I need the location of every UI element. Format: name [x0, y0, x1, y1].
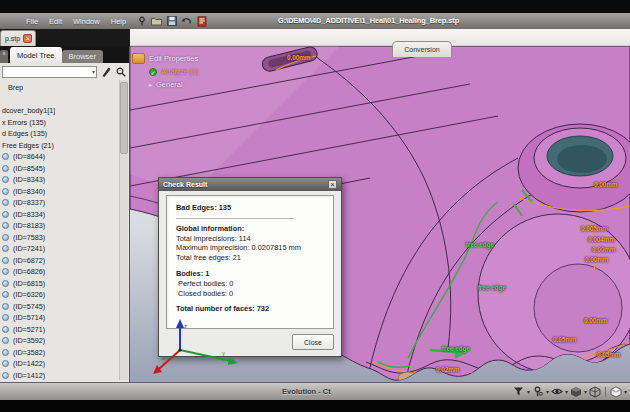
tree-item[interactable]: (ID=6326)	[0, 289, 129, 301]
tree-item-label: (ID=6326)	[13, 290, 45, 299]
tree-item[interactable]: (ID=5271)	[0, 324, 129, 336]
session-log-icon[interactable]	[196, 16, 207, 27]
measurement-annotation: 0.00mm	[584, 317, 607, 324]
search-icon[interactable]	[114, 65, 127, 78]
tree-item[interactable]: (ID=8340)	[0, 186, 129, 198]
tree-item[interactable]: (ID=3582)	[0, 347, 129, 359]
chevron-down-icon[interactable]: ▾	[546, 388, 549, 395]
menu-items: FileEditWindowHelp	[26, 17, 126, 26]
eye-icon[interactable]	[551, 386, 563, 398]
tree-item[interactable]: dcover_body1[1]	[0, 105, 129, 117]
chevron-down-icon[interactable]: ▾	[565, 388, 568, 395]
tree-item[interactable]: (ID=6815)	[0, 278, 129, 290]
tree-item[interactable]: (ID=7241)	[0, 243, 129, 255]
dialog-title-bar[interactable]: Check Result ×	[159, 178, 341, 191]
node-sphere-icon	[2, 176, 9, 183]
open-folder-icon[interactable]	[151, 16, 162, 27]
tree-item-label: (ID=1422)	[13, 359, 45, 368]
tree-item[interactable]: (ID=1412)	[0, 370, 129, 382]
tree-item[interactable]: Free Edges (21)	[0, 140, 129, 152]
wireframe-cube-icon[interactable]	[589, 386, 601, 398]
menu-item[interactable]: File	[26, 17, 38, 26]
node-sphere-icon	[2, 303, 9, 310]
tree-item[interactable]: (ID=7583)	[0, 232, 129, 244]
tree-item[interactable]: (ID=1422)	[0, 358, 129, 370]
tree-item-label: (ID=8340)	[13, 187, 45, 196]
tree-item-label: (ID=8343)	[13, 175, 45, 184]
chevron-down-icon[interactable]: ▾	[584, 388, 587, 395]
edit-properties-title: Edit Properties	[149, 54, 198, 63]
chevron-down-icon[interactable]: ▾	[92, 68, 95, 75]
tree-item[interactable]: x Errors (135)	[0, 117, 129, 129]
node-sphere-icon	[2, 211, 9, 218]
tree-item[interactable]: (ID=8183)	[0, 220, 129, 232]
axis-z-label: z	[184, 323, 187, 329]
dialog-line	[176, 218, 294, 219]
node-sphere-icon	[2, 222, 9, 229]
node-sphere-icon	[2, 349, 9, 356]
node-sphere-icon	[2, 372, 9, 379]
tree-filter-input[interactable]: ▾	[2, 66, 97, 78]
filter-icon[interactable]	[513, 386, 525, 398]
partial-tab[interactable]: s	[0, 50, 8, 63]
save-icon[interactable]	[166, 16, 177, 27]
tree-item[interactable]: (ID=6826)	[0, 266, 129, 278]
chevron-down-icon[interactable]: ▾	[624, 388, 627, 395]
tree-scrollbar-thumb[interactable]	[120, 82, 128, 154]
tree-item[interactable]: (ID=8644)	[0, 151, 129, 163]
tab-browser[interactable]: Browser	[62, 50, 104, 63]
undo-icon[interactable]	[181, 16, 192, 27]
pin-icon[interactable]	[136, 16, 147, 27]
measurement-annotation: 0.00mm	[585, 256, 608, 263]
chevron-right-icon[interactable]: ▸	[149, 81, 152, 88]
menu-item[interactable]: Edit	[49, 17, 62, 26]
menu-item[interactable]: Window	[73, 17, 100, 26]
solid-cube-icon[interactable]	[610, 386, 622, 398]
chevron-down-icon[interactable]: ▾	[527, 388, 530, 395]
window-title: G:\DEMO\4D_ADDITIVE\1_Heal\01_Healing_Br…	[278, 16, 459, 25]
node-sphere-icon	[2, 337, 9, 344]
dialog-title: Check Result	[163, 181, 328, 188]
close-button[interactable]: Close	[292, 334, 334, 350]
tree-item[interactable]: (ID=5714)	[0, 312, 129, 324]
check-circle-icon: ✓	[149, 68, 157, 76]
tree-item[interactable]: d Edges (135)	[0, 128, 129, 140]
analyze-item[interactable]: Analyze (1)	[161, 67, 199, 76]
tree-item[interactable]: (ID=8337)	[0, 197, 129, 209]
dialog-content: Bad Edges: 135Global information:Total i…	[166, 195, 334, 329]
tree-item-label: (ID=7241)	[13, 244, 45, 253]
filter-edit-icon[interactable]	[99, 65, 112, 78]
node-sphere-icon	[2, 188, 9, 195]
conversion-button[interactable]: Conversion	[392, 41, 452, 57]
dialog-line: Bad Edges: 135	[176, 203, 324, 213]
general-item[interactable]: General	[156, 80, 183, 89]
document-tab-label: p.stp	[5, 35, 20, 42]
document-tab[interactable]: p.stp ×	[0, 30, 36, 46]
tree-item[interactable]: (ID=8343)	[0, 174, 129, 186]
tree-item-label: Free Edges (21)	[2, 141, 54, 150]
tree-item[interactable]: (ID=8334)	[0, 209, 129, 221]
tree-scrollbar[interactable]	[119, 80, 128, 380]
tree-item[interactable]: Brep	[0, 82, 129, 94]
tree-item[interactable]: (ID=3592)	[0, 335, 129, 347]
tab-model-tree[interactable]: Model Tree	[10, 47, 62, 63]
model-tree: Brep dcover_body1[1] x Errors (135) d Ed…	[0, 80, 129, 381]
pin-icon[interactable]	[532, 386, 544, 398]
dialog-line: Total imprecisions: 114	[176, 234, 324, 244]
dialog-line: Total free edges: 21	[176, 253, 324, 263]
viewport-top-strip	[130, 29, 630, 46]
panel-tabs: s Model Tree Browser	[0, 46, 129, 63]
tree-item[interactable]: (ID=6872)	[0, 255, 129, 267]
tree-item-label: (ID=5271)	[13, 325, 45, 334]
tree-item[interactable]	[0, 94, 129, 106]
close-tab-icon[interactable]: ×	[23, 34, 32, 43]
status-bar: Evolution - Ct ▾ ▾ ▾ ▾ ▾	[0, 382, 630, 400]
tree-item-label: (ID=5745)	[13, 302, 45, 311]
tree-item[interactable]: (ID=5745)	[0, 301, 129, 313]
tree-item[interactable]: (ID=8545)	[0, 163, 129, 175]
close-icon[interactable]: ×	[328, 180, 337, 189]
axis-y-label: y	[222, 350, 225, 356]
shaded-cube-icon[interactable]	[570, 386, 582, 398]
menu-item[interactable]: Help	[111, 17, 126, 26]
measurement-annotation: 0.02mm	[436, 366, 459, 373]
